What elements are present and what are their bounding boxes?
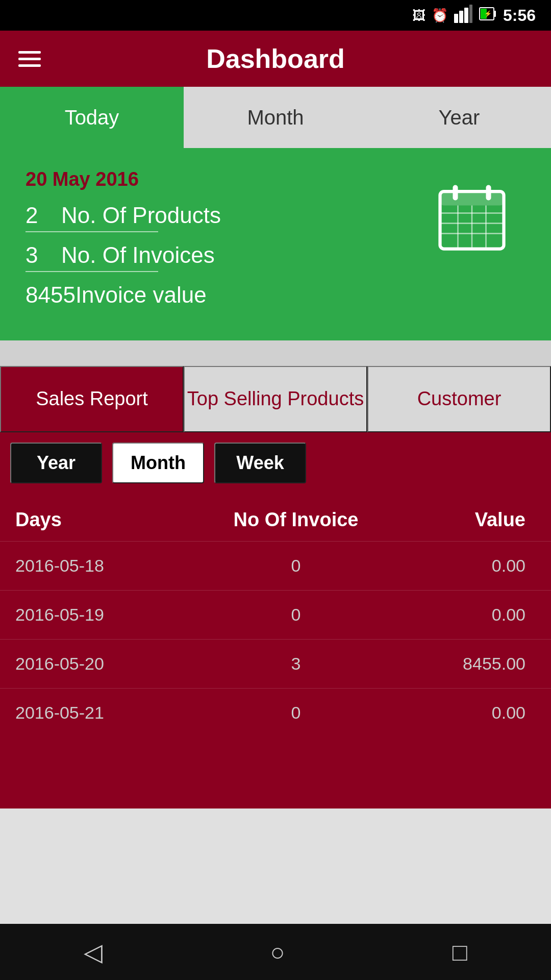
status-bar: 🖼 ⏰ ⚡ 5:56 [0,0,551,31]
report-tabs: Sales Report Top Selling Products Custom… [0,366,551,432]
home-button[interactable]: ○ [270,938,285,966]
home-icon: ○ [270,938,285,966]
period-tabs: Year Month Week [0,432,551,499]
cell-value: 0.00 [403,703,536,723]
table-row: 2016-05-21 0 0.00 [0,688,551,737]
recents-icon: □ [453,938,467,966]
cell-days: 2016-05-18 [15,556,189,576]
photo-icon: 🖼 [412,8,425,23]
tab-customer[interactable]: Customer [367,366,551,432]
battery-icon: ⚡ [479,5,497,27]
svg-rect-1 [459,11,463,23]
col-header-invoice: No Of Invoice [189,509,403,531]
cell-days: 2016-05-20 [15,654,189,674]
invoices-label: No. Of Invoices [61,242,215,268]
cell-value: 0.00 [403,556,536,576]
invoice-value-label: Invoice value [76,282,207,308]
status-icons: 🖼 ⏰ ⚡ 5:56 [412,5,536,27]
data-table: Days No Of Invoice Value 2016-05-18 0 0.… [0,499,551,752]
back-icon: ◁ [84,938,103,966]
section-separator [0,340,551,366]
products-label: No. Of Products [61,203,221,228]
cell-invoice: 3 [189,654,403,674]
period-tab-week[interactable]: Week [214,443,306,483]
invoices-divider [26,271,158,272]
invoices-count: 3 [26,242,61,268]
cell-value: 8455.00 [403,654,536,674]
svg-rect-9 [440,191,504,206]
table-row: 2016-05-18 0 0.00 [0,541,551,590]
cell-invoice: 0 [189,605,403,625]
invoice-value-number: 8455 [26,282,76,308]
svg-rect-0 [454,14,458,23]
svg-rect-5 [494,11,496,17]
cell-days: 2016-05-21 [15,703,189,723]
tab-year-top[interactable]: Year [367,87,551,148]
top-period-tabs: Today Month Year [0,87,551,148]
invoice-value-row: 8455 Invoice value [26,282,525,308]
cell-days: 2016-05-19 [15,605,189,625]
cell-value: 0.00 [403,605,536,625]
cell-invoice: 0 [189,556,403,576]
col-header-days: Days [15,509,189,531]
cell-invoice: 0 [189,703,403,723]
products-divider [26,231,158,232]
recents-button[interactable]: □ [453,938,467,966]
app-header: Dashboard [0,31,551,87]
svg-rect-3 [469,5,472,23]
calendar-icon [434,179,510,257]
tab-month-top[interactable]: Month [184,87,367,148]
svg-rect-2 [464,8,468,23]
summary-card: 20 May 2016 2 No. Of Products 3 No. Of I… [0,148,551,340]
back-button[interactable]: ◁ [84,938,103,966]
period-tab-month[interactable]: Month [112,443,204,483]
table-body: 2016-05-18 0 0.00 2016-05-19 0 0.00 2016… [0,541,551,737]
svg-rect-11 [486,185,491,201]
signal-icon [454,5,472,27]
table-row: 2016-05-20 3 8455.00 [0,639,551,688]
bottom-nav: ◁ ○ □ [0,924,551,980]
table-header: Days No Of Invoice Value [0,499,551,541]
col-header-value: Value [403,509,536,531]
menu-button[interactable] [18,51,41,67]
tab-top-selling[interactable]: Top Selling Products [184,366,367,432]
alarm-icon: ⏰ [432,8,448,23]
time-display: 5:56 [503,6,536,25]
tab-sales-report[interactable]: Sales Report [0,366,184,432]
tab-today[interactable]: Today [0,87,184,148]
period-tab-year[interactable]: Year [10,443,102,483]
svg-text:⚡: ⚡ [484,10,491,17]
svg-rect-10 [453,185,458,201]
products-count: 2 [26,203,61,228]
page-title: Dashboard [206,43,345,74]
table-row: 2016-05-19 0 0.00 [0,590,551,639]
